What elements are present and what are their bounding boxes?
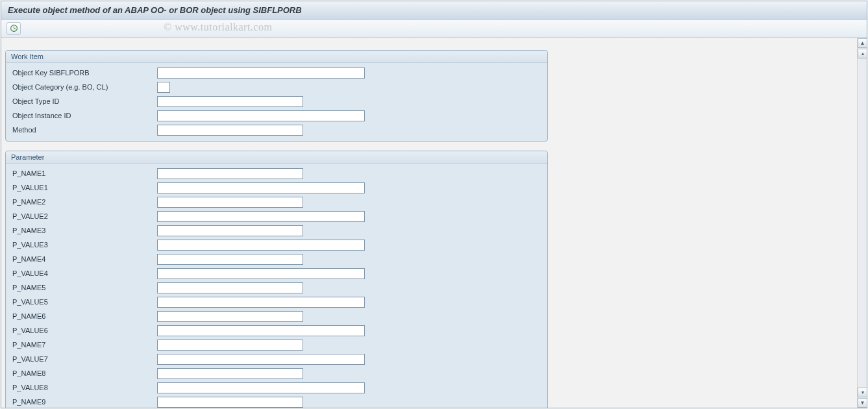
workitem-label: Object Instance ID (11, 112, 157, 119)
parameter-input[interactable] (157, 254, 303, 265)
group-work-item: Work Item Object Key SIBFLPORBObject Cat… (5, 50, 548, 142)
scroll-up-icon[interactable]: ▲ (858, 38, 867, 48)
execute-button[interactable] (6, 22, 21, 35)
parameter-input[interactable] (157, 225, 303, 236)
workitem-input[interactable] (157, 110, 365, 121)
workitem-row: Object Type ID (11, 94, 542, 108)
app-window: Execute object method of an ABAP OO- or … (1, 1, 867, 408)
parameter-input[interactable] (157, 268, 365, 279)
workitem-label: Object Key SIBFLPORB (11, 69, 157, 77)
workitem-input[interactable] (157, 68, 365, 79)
content-area: Work Item Object Key SIBFLPORBObject Cat… (1, 38, 857, 408)
workitem-label: Object Type ID (11, 97, 157, 105)
group-parameter-legend: Parameter (6, 151, 547, 164)
parameter-label: P_NAME2 (11, 198, 157, 206)
watermark-text: © www.tutorialkart.com (164, 21, 272, 33)
parameter-input[interactable] (157, 282, 303, 293)
parameter-label: P_VALUE2 (11, 212, 157, 220)
parameter-label: P_NAME1 (11, 169, 157, 177)
parameter-input[interactable] (157, 397, 303, 408)
parameter-input[interactable] (157, 325, 365, 336)
workitem-row: Object Key SIBFLPORB (11, 66, 542, 80)
parameter-input[interactable] (157, 354, 365, 365)
workitem-label: Object Category (e.g. BO, CL) (11, 83, 157, 91)
group-work-item-body: Object Key SIBFLPORBObject Category (e.g… (6, 63, 547, 141)
parameter-row: P_VALUE6 (11, 323, 542, 338)
parameter-input[interactable] (157, 368, 303, 379)
parameter-input[interactable] (157, 182, 365, 193)
svg-line-2 (14, 29, 15, 29)
parameter-row: P_NAME8 (11, 366, 542, 380)
parameter-row: P_NAME1 (11, 166, 542, 180)
workitem-input[interactable] (157, 96, 303, 107)
parameter-input[interactable] (157, 240, 365, 251)
application-toolbar: © www.tutorialkart.com (1, 19, 867, 38)
group-parameter-body: P_NAME1P_VALUE1P_NAME2P_VALUE2P_NAME3P_V… (6, 164, 547, 408)
parameter-label: P_VALUE8 (11, 384, 157, 391)
parameter-label: P_NAME8 (11, 369, 157, 377)
parameter-label: P_VALUE1 (11, 184, 157, 192)
parameter-label: P_NAME9 (11, 398, 157, 406)
parameter-label: P_NAME4 (11, 255, 157, 263)
parameter-row: P_VALUE7 (11, 352, 542, 366)
workitem-row: Object Instance ID (11, 108, 542, 123)
parameter-label: P_NAME5 (11, 284, 157, 291)
parameter-input[interactable] (157, 211, 365, 222)
parameter-input[interactable] (157, 297, 365, 308)
clock-execute-icon (10, 24, 18, 32)
workitem-input[interactable] (157, 125, 303, 136)
parameter-row: P_NAME2 (11, 195, 542, 209)
parameter-input[interactable] (157, 197, 303, 208)
parameter-label: P_VALUE3 (11, 241, 157, 249)
parameter-row: P_VALUE5 (11, 295, 542, 309)
parameter-row: P_NAME4 (11, 252, 542, 266)
parameter-label: P_NAME6 (11, 312, 157, 320)
workitem-label: Method (11, 126, 157, 134)
parameter-row: P_VALUE1 (11, 180, 542, 195)
parameter-label: P_VALUE5 (11, 298, 157, 306)
parameter-row: P_NAME7 (11, 338, 542, 352)
parameter-label: P_NAME3 (11, 227, 157, 234)
group-work-item-legend: Work Item (6, 51, 547, 63)
parameter-label: P_VALUE4 (11, 269, 157, 277)
workitem-input[interactable] (157, 82, 170, 93)
parameter-input[interactable] (157, 340, 303, 351)
scroll-line-up-icon[interactable]: ▴ (858, 49, 867, 58)
parameter-label: P_VALUE6 (11, 327, 157, 334)
parameter-row: P_NAME5 (11, 280, 542, 295)
page-title: Execute object method of an ABAP OO- or … (8, 5, 302, 15)
parameter-row: P_NAME9 (11, 395, 542, 408)
vertical-scrollbar[interactable]: ▲ ▴ ▾ ▼ (857, 38, 867, 408)
scroll-down-icon[interactable]: ▼ (858, 398, 867, 408)
title-bar: Execute object method of an ABAP OO- or … (1, 1, 867, 19)
group-parameter: Parameter P_NAME1P_VALUE1P_NAME2P_VALUE2… (5, 151, 548, 408)
scroll-line-down-icon[interactable]: ▾ (858, 388, 867, 397)
parameter-row: P_VALUE4 (11, 266, 542, 280)
parameter-row: P_VALUE3 (11, 238, 542, 252)
parameter-row: P_NAME3 (11, 223, 542, 238)
parameter-row: P_VALUE8 (11, 380, 542, 395)
parameter-row: P_NAME6 (11, 309, 542, 323)
parameter-row: P_VALUE2 (11, 209, 542, 223)
parameter-input[interactable] (157, 382, 365, 393)
parameter-label: P_VALUE7 (11, 355, 157, 363)
parameter-label: P_NAME7 (11, 341, 157, 349)
workitem-row: Object Category (e.g. BO, CL) (11, 80, 542, 94)
parameter-input[interactable] (157, 168, 303, 179)
workitem-row: Method (11, 123, 542, 137)
parameter-input[interactable] (157, 311, 303, 322)
